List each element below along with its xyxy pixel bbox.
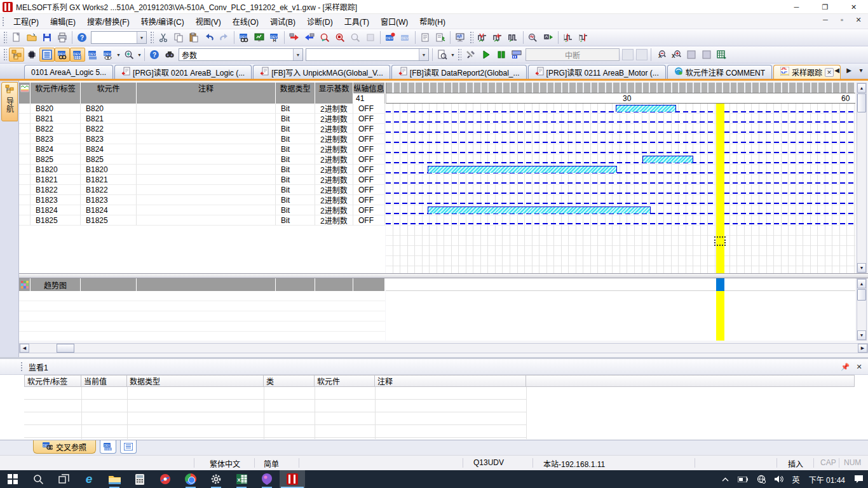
row-icon-cell[interactable] (19, 114, 31, 124)
waveform-row[interactable] (386, 205, 855, 215)
trace-row[interactable]: B820B820Bit2进制数OFF (19, 104, 385, 114)
col-data-type[interactable]: 数据类型 (276, 83, 315, 93)
find-combobox[interactable]: 参数▼ (179, 48, 303, 61)
tab-overflow-icon[interactable]: ▾ (857, 67, 865, 74)
cell-radix[interactable]: 2进制数 (315, 205, 353, 215)
tab-areab-motor[interactable]: [PRG]读取 0211 AreaB_Motor (... (528, 65, 666, 79)
device-monitor-icon[interactable] (252, 30, 267, 44)
mdi-minimize-icon[interactable]: ─ (820, 16, 831, 24)
cell-radix[interactable]: 2进制数 (315, 195, 353, 205)
cell-axis_info[interactable]: OFF (353, 134, 385, 144)
cell-type[interactable]: Bit (276, 144, 315, 154)
waveform-row[interactable] (386, 165, 855, 175)
menu-tool[interactable]: 工具(T) (339, 14, 375, 29)
cell-axis_info[interactable]: OFF (353, 205, 385, 215)
chevron-down-icon[interactable]: ▼ (137, 48, 142, 62)
cell-type[interactable]: Bit (276, 185, 315, 195)
trend-label[interactable]: 趋势图 (31, 278, 81, 291)
settings-gear-icon[interactable] (203, 470, 229, 488)
cell-radix[interactable]: 2进制数 (315, 134, 353, 144)
cell-radix[interactable]: 2进制数 (315, 104, 353, 114)
task-view-icon[interactable] (51, 470, 76, 488)
cell-device[interactable]: B1822 (81, 185, 137, 195)
gxworks-icon[interactable] (280, 470, 305, 488)
watch-empty-rows[interactable] (24, 387, 526, 439)
row-icon-cell[interactable] (19, 134, 31, 144)
cell-label[interactable]: B822 (31, 124, 81, 134)
work-list-icon[interactable] (39, 48, 55, 62)
cell-device[interactable]: B820 (81, 104, 137, 114)
waveform-row[interactable] (386, 144, 855, 154)
trace-vertical-scale2-icon[interactable]: 2 (576, 30, 591, 44)
device-memory-icon[interactable]: DEV (70, 48, 85, 62)
open-project-icon[interactable] (24, 30, 39, 44)
close-button[interactable]: ✕ (839, 0, 868, 14)
horizontal-splitter[interactable] (19, 273, 868, 278)
monitor-stop-icon[interactable] (332, 30, 348, 44)
cell-comment[interactable] (137, 195, 276, 205)
col-device[interactable]: 软元件 (81, 83, 137, 93)
trace-setting-icon[interactable] (463, 48, 478, 62)
navigation-window-icon[interactable] (9, 48, 24, 62)
trace-search-icon[interactable] (526, 30, 541, 44)
waveform-row[interactable] (386, 215, 855, 226)
tab-cross-reference[interactable]: DEV 交叉参照 (33, 440, 96, 454)
cell-type[interactable]: Bit (276, 175, 315, 185)
menu-edit[interactable]: 编辑(E) (44, 14, 81, 29)
device-comment-search-icon[interactable]: DEV (236, 30, 252, 44)
waveform-row[interactable] (386, 104, 855, 114)
row-icon-cell[interactable] (19, 205, 31, 215)
toolbar-grip[interactable] (150, 31, 154, 44)
cell-type[interactable]: Bit (276, 215, 315, 226)
cell-device[interactable]: B1824 (81, 205, 137, 215)
purple-app-icon[interactable] (254, 470, 280, 488)
scroll-left-icon[interactable]: ◀ (20, 344, 29, 353)
col-comment[interactable]: 注释 (137, 83, 276, 93)
trace-wave-setting-icon[interactable] (475, 30, 491, 44)
row-icon-cell[interactable] (19, 165, 31, 175)
toolbar-grip[interactable] (470, 31, 473, 44)
note-icon[interactable] (433, 30, 448, 44)
clock[interactable]: 下午 01:44 (804, 470, 850, 488)
trace-start-icon[interactable] (478, 48, 494, 62)
trace-stop-icon[interactable] (494, 48, 509, 62)
monitor-write-mode-icon[interactable] (348, 30, 363, 44)
trend-vertical-scrollbar[interactable]: ▲ ▼ (857, 278, 867, 341)
cell-radix[interactable]: 2进制数 (315, 154, 353, 165)
waveform-row[interactable] (386, 134, 855, 144)
cell-device[interactable]: B1821 (81, 175, 137, 185)
cell-axis_info[interactable]: OFF (353, 185, 385, 195)
cell-radix[interactable]: 2进制数 (315, 175, 353, 185)
cell-axis_info[interactable]: OFF (353, 154, 385, 165)
waveform-row[interactable] (386, 185, 855, 195)
watch-drag-grip[interactable] (20, 362, 24, 372)
tab-device-list-icon[interactable]: DEV (100, 440, 116, 454)
trend-cursor-bar[interactable] (716, 291, 724, 341)
print-icon[interactable] (55, 30, 70, 44)
cell-axis_info[interactable]: OFF (353, 175, 385, 185)
help2-icon[interactable]: ? (147, 48, 162, 62)
cell-comment[interactable] (137, 154, 276, 165)
redo-icon[interactable] (217, 30, 232, 44)
cell-label[interactable]: B825 (31, 154, 81, 165)
device-row-grid[interactable]: B820B820Bit2进制数OFFB821B821Bit2进制数OFFB822… (19, 104, 385, 226)
cell-radix[interactable]: 2进制数 (315, 124, 353, 134)
time-scale-reduce-icon[interactable] (684, 48, 699, 62)
cell-label[interactable]: B1825 (31, 215, 81, 226)
tab-unpickmag[interactable]: [FB]写入 UnpickMAG(Global_V... (253, 65, 390, 79)
cell-radix[interactable]: 2进制数 (315, 114, 353, 124)
cell-label[interactable]: B824 (31, 144, 81, 154)
cell-comment[interactable] (137, 124, 276, 134)
watch-col-device[interactable]: 软元件 (315, 375, 375, 387)
watch-close-icon[interactable]: ✕ (854, 362, 864, 372)
row-icon-cell[interactable] (19, 144, 31, 154)
cell-axis_info[interactable]: OFF (353, 104, 385, 114)
monitor-start-icon[interactable] (317, 30, 332, 44)
waveform-row[interactable] (386, 124, 855, 134)
tab-scroll-right-icon[interactable]: ▶ (844, 67, 853, 74)
device-batch-icon[interactable]: DEV (85, 48, 100, 62)
chevron-down-icon[interactable]: ▼ (419, 49, 428, 60)
undo-icon[interactable] (201, 30, 217, 44)
mdi-close-icon[interactable]: ✕ (853, 16, 864, 24)
trace-row[interactable]: B824B824Bit2进制数OFF (19, 144, 385, 154)
